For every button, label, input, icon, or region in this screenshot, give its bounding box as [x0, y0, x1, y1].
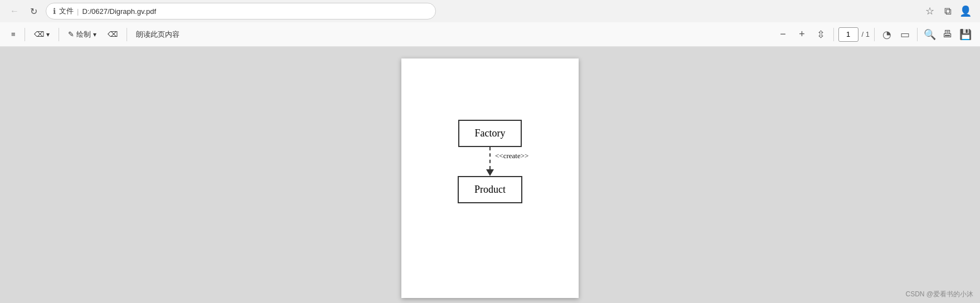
file-label: 文件 — [59, 6, 74, 16]
separator-5 — [874, 28, 875, 41]
dashed-line: <<create>> — [489, 147, 491, 169]
split-page-icon: ▭ — [900, 28, 910, 41]
watermark-text: CSDN @爱看书的小沐 — [905, 290, 973, 298]
page-total: / 1 — [862, 30, 870, 38]
browser-chrome: ← ↻ ℹ 文件 | D:/0627/Digraph.gv.pdf ☆ ⧉ 👤 … — [0, 0, 980, 47]
separator-1 — [25, 28, 25, 41]
factory-label: Factory — [475, 128, 506, 139]
zoom-out-icon: − — [780, 28, 786, 40]
zoom-in-icon: + — [799, 28, 805, 40]
split-page-button[interactable]: ▭ — [897, 27, 913, 42]
zoom-type-icon: ◔ — [882, 28, 891, 41]
save-button[interactable]: 💾 — [958, 27, 973, 42]
menu-icon: ≡ — [11, 30, 16, 38]
read-label: 朗读此页内容 — [136, 30, 179, 40]
erase-icon: ⌫ — [108, 30, 118, 38]
arrow-head — [486, 169, 494, 176]
separator-3 — [127, 28, 127, 41]
zoom-type-button[interactable]: ◔ — [879, 27, 895, 42]
pdf-viewer-area: Factory <<create>> Product CSDN @爱看书的小沐 — [0, 47, 980, 303]
read-aloud-button[interactable]: 朗读此页内容 — [132, 26, 184, 43]
fit-icon: ⇳ — [817, 28, 825, 41]
zoom-in-button[interactable]: + — [794, 27, 810, 42]
annotate-button[interactable]: ⌫ — [30, 26, 54, 43]
annotate-dropdown — [46, 30, 50, 38]
bookmark-button[interactable]: ☆ — [922, 3, 938, 19]
split-view-button[interactable]: ⧉ — [940, 3, 955, 19]
toolbar: ≡ ⌫ ✎ 绘制 ⌫ 朗读此页内容 − + — [0, 22, 980, 47]
erase-button[interactable]: ⌫ — [103, 26, 122, 43]
draw-label: 绘制 — [76, 30, 91, 40]
page-controls: − + ⇳ — [775, 27, 829, 42]
fit-page-button[interactable]: ⇳ — [813, 27, 829, 42]
product-box: Product — [458, 176, 522, 203]
arrow-container: <<create>> — [486, 147, 494, 176]
search-button[interactable]: 🔍 — [922, 27, 938, 42]
diagram: Factory <<create>> Product — [458, 120, 522, 203]
factory-box: Factory — [458, 120, 522, 147]
page-number-input[interactable] — [838, 27, 858, 42]
zoom-out-button[interactable]: − — [775, 27, 791, 42]
page-number-controls: / 1 — [838, 27, 870, 42]
title-bar-actions: ☆ ⧉ 👤 — [922, 3, 973, 19]
print-icon: 🖶 — [943, 28, 953, 40]
refresh-button[interactable]: ↻ — [26, 3, 41, 19]
edge-label: <<create>> — [495, 152, 528, 160]
separator-4 — [833, 28, 834, 41]
draw-button[interactable]: ✎ 绘制 — [64, 26, 101, 43]
profile-button[interactable]: 👤 — [958, 3, 973, 19]
annotate-icon: ⌫ — [34, 30, 44, 38]
back-button[interactable]: ← — [7, 3, 22, 19]
url-text: D:/0627/Digraph.gv.pdf — [82, 7, 156, 16]
address-separator: | — [77, 7, 79, 16]
draw-icon: ✎ — [68, 30, 74, 38]
pdf-page: Factory <<create>> Product — [401, 58, 579, 298]
menu-button[interactable]: ≡ — [7, 26, 20, 43]
address-bar[interactable]: ℹ 文件 | D:/0627/Digraph.gv.pdf — [46, 3, 436, 19]
draw-dropdown — [93, 30, 96, 38]
save-icon: 💾 — [959, 28, 972, 41]
nav-buttons: ← ↻ — [7, 3, 41, 19]
title-bar: ← ↻ ℹ 文件 | D:/0627/Digraph.gv.pdf ☆ ⧉ 👤 — [0, 0, 980, 22]
product-label: Product — [474, 184, 506, 195]
info-icon: ℹ — [53, 7, 56, 16]
separator-6 — [917, 28, 918, 41]
separator-2 — [59, 28, 59, 41]
watermark: CSDN @爱看书的小沐 — [905, 290, 973, 299]
print-button[interactable]: 🖶 — [940, 27, 955, 42]
search-icon: 🔍 — [924, 28, 936, 41]
